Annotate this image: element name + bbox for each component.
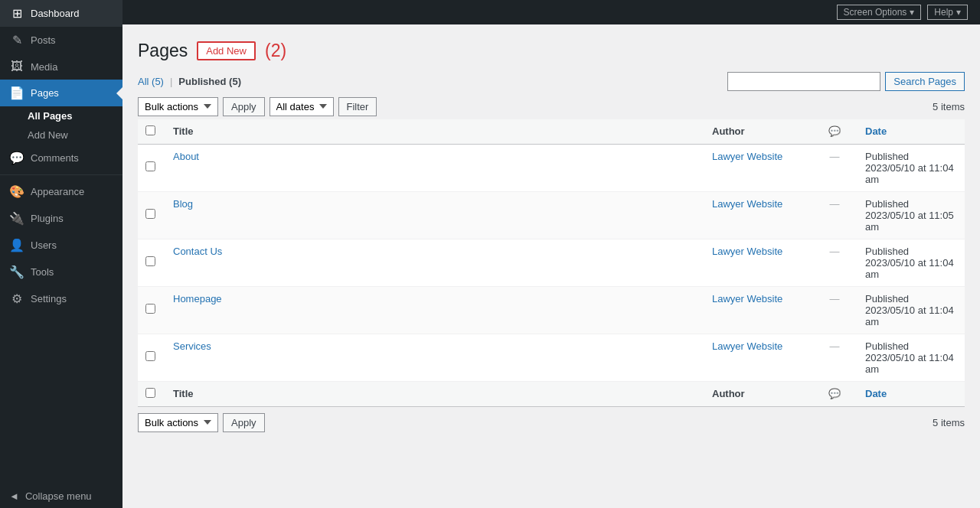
sidebar-item-pages[interactable]: 📄 Pages (0, 80, 122, 106)
bulk-actions-select-bottom[interactable]: Bulk actions (138, 413, 218, 432)
select-all-checkbox[interactable] (145, 125, 155, 135)
page-title-link[interactable]: Contact Us (173, 246, 222, 257)
table-row: Contact Us Lawyer Website — Published202… (138, 239, 965, 286)
page-title-link[interactable]: About (173, 151, 199, 162)
sidebar-item-tools[interactable]: 🔧 Tools (0, 259, 122, 285)
chevron-down-icon: ▾ (910, 7, 914, 18)
comment-dash: — (830, 340, 840, 352)
th-title[interactable]: Title (165, 119, 704, 145)
select-all-checkbox-bottom[interactable] (145, 388, 155, 398)
search-pages-button[interactable]: Search Pages (885, 72, 965, 91)
th-date[interactable]: Date (858, 119, 965, 145)
row-checkbox[interactable] (145, 351, 155, 361)
row-date-cell: Published2023/05/10 at 11:04 am (858, 144, 965, 191)
add-new-button[interactable]: Add New (197, 41, 256, 60)
tfoot-title[interactable]: Title (165, 381, 704, 406)
date-status: Published2023/05/10 at 11:04 am (865, 151, 954, 185)
row-author-cell: Lawyer Website (704, 239, 812, 286)
sidebar-item-users[interactable]: 👤 Users (0, 232, 122, 259)
filter-separator: | (170, 76, 172, 87)
row-checkbox[interactable] (145, 161, 155, 171)
sidebar-item-plugins[interactable]: 🔌 Plugins (0, 205, 122, 232)
comments-icon: 💬 (9, 151, 24, 165)
chevron-down-icon-help: ▾ (956, 7, 961, 18)
sidebar-item-media[interactable]: 🖼 Media (0, 54, 122, 80)
apply-button-bottom[interactable]: Apply (223, 413, 265, 432)
row-title-cell: Contact Us (165, 239, 704, 286)
row-checkbox-cell (138, 191, 165, 239)
content-area: Pages Add New (2) All (5) | Published (5… (122, 24, 980, 448)
row-checkbox[interactable] (145, 209, 155, 219)
sidebar-item-appearance[interactable]: 🎨 Appearance (0, 178, 122, 205)
th-comments[interactable]: 💬 (812, 119, 858, 145)
pages-icon: 📄 (9, 86, 24, 100)
items-count-bottom: 5 items (933, 417, 965, 428)
row-author-cell: Lawyer Website (704, 191, 812, 239)
top-toolbar: Bulk actions Apply All dates Filter 5 it… (138, 97, 965, 116)
tfoot-comments[interactable]: 💬 (812, 381, 858, 406)
comment-dash: — (830, 293, 840, 304)
bottom-toolbar: Bulk actions Apply 5 items (138, 413, 965, 432)
date-status: Published2023/05/10 at 11:04 am (865, 246, 954, 280)
main-area: Screen Options ▾ Help ▾ Pages Add New (2… (122, 0, 980, 508)
sidebar-submenu-add-new[interactable]: Add New (0, 125, 122, 145)
author-link[interactable]: Lawyer Website (712, 198, 782, 210)
tfoot-checkbox (138, 381, 165, 406)
tools-icon: 🔧 (9, 265, 24, 279)
page-title-link[interactable]: Blog (173, 198, 193, 210)
author-link[interactable]: Lawyer Website (712, 340, 782, 352)
date-status: Published2023/05/10 at 11:04 am (865, 293, 954, 327)
search-input[interactable] (727, 72, 880, 91)
row-comment-cell: — (812, 334, 858, 381)
sidebar-item-posts[interactable]: ✎ Posts (0, 27, 122, 54)
row-checkbox[interactable] (145, 304, 155, 314)
author-link[interactable]: Lawyer Website (712, 246, 782, 257)
row-author-cell: Lawyer Website (704, 144, 812, 191)
author-link[interactable]: Lawyer Website (712, 151, 782, 162)
settings-icon: ⚙ (9, 291, 24, 306)
th-author[interactable]: Author (704, 119, 812, 145)
sidebar-item-settings[interactable]: ⚙ Settings (0, 285, 122, 312)
row-author-cell: Lawyer Website (704, 334, 812, 381)
plugins-icon: 🔌 (9, 211, 24, 226)
filter-button[interactable]: Filter (338, 97, 377, 116)
row-date-cell: Published2023/05/10 at 11:05 am (858, 191, 965, 239)
row-checkbox[interactable] (145, 256, 155, 266)
posts-icon: ✎ (9, 33, 24, 47)
table-row: Services Lawyer Website — Published2023/… (138, 334, 965, 381)
pages-table: Title Author 💬 Date (138, 119, 965, 407)
table-row: About Lawyer Website — Published2023/05/… (138, 144, 965, 191)
sidebar-item-dashboard[interactable]: ⊞ Dashboard (0, 0, 122, 27)
page-title: Pages (138, 40, 188, 63)
filter-published[interactable]: Published (5) (178, 76, 241, 87)
row-date-cell: Published2023/05/10 at 11:04 am (858, 239, 965, 286)
page-title-link[interactable]: Services (173, 340, 211, 352)
comment-dash: — (830, 246, 840, 257)
filter-all[interactable]: All (5) (138, 76, 164, 87)
comment-dash: — (830, 151, 840, 162)
all-dates-select[interactable]: All dates (270, 97, 334, 116)
help-button[interactable]: Help ▾ (927, 5, 968, 20)
row-checkbox-cell (138, 239, 165, 286)
row-comment-cell: — (812, 286, 858, 334)
page-badge: (2) (265, 41, 286, 61)
comment-dash: — (830, 198, 840, 210)
tfoot-date[interactable]: Date (858, 381, 965, 406)
collapse-icon: ◄ (9, 490, 19, 502)
comment-col-icon-footer: 💬 (828, 388, 841, 399)
bulk-actions-select[interactable]: Bulk actions (138, 97, 218, 116)
sidebar-item-comments[interactable]: 💬 Comments (0, 145, 122, 171)
screen-options-button[interactable]: Screen Options ▾ (837, 5, 922, 20)
page-title-link[interactable]: Homepage (173, 293, 222, 304)
apply-button[interactable]: Apply (223, 97, 265, 116)
table-footer-row: Title Author 💬 Date (138, 381, 965, 406)
author-link[interactable]: Lawyer Website (712, 293, 782, 304)
comment-col-icon: 💬 (828, 125, 841, 137)
date-status: Published2023/05/10 at 11:05 am (865, 198, 954, 233)
search-wrapper: Search Pages (727, 72, 965, 91)
table-row: Homepage Lawyer Website — Published2023/… (138, 286, 965, 334)
collapse-menu[interactable]: ◄ Collapse menu (0, 484, 122, 508)
tfoot-author[interactable]: Author (704, 381, 812, 406)
row-checkbox-cell (138, 334, 165, 381)
sidebar-submenu-all-pages[interactable]: All Pages (0, 106, 122, 125)
